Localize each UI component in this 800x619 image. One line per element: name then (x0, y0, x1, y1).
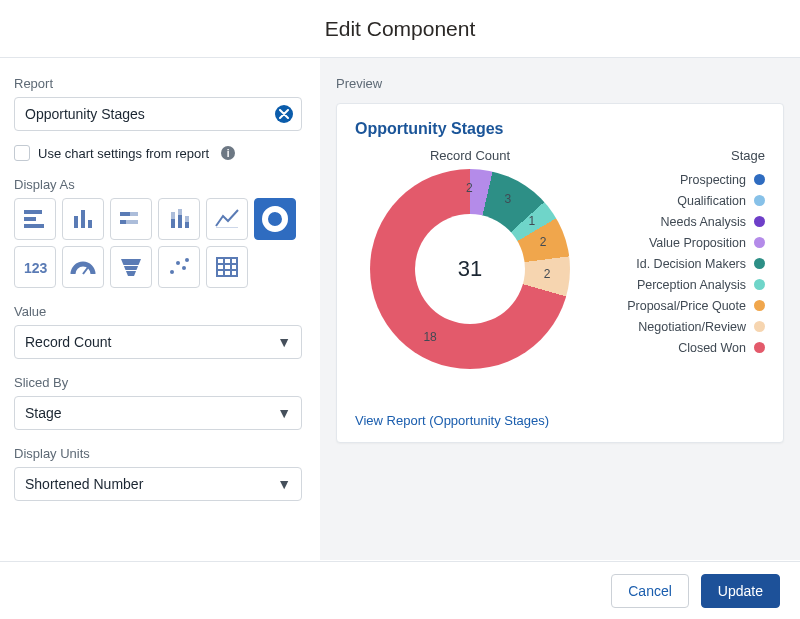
svg-rect-11 (171, 212, 175, 219)
legend-item: Value Proposition (595, 232, 765, 253)
legend-item: Id. Decision Makers (595, 253, 765, 274)
chart-type-table[interactable] (206, 246, 248, 288)
legend-title: Stage (595, 148, 765, 163)
use-chart-settings-row: Use chart settings from report (14, 145, 306, 161)
svg-rect-7 (130, 212, 138, 216)
legend-item-label: Needs Analysis (661, 215, 746, 229)
legend-swatch (754, 195, 765, 206)
view-report-link[interactable]: View Report (Opportunity Stages) (355, 413, 549, 428)
svg-rect-2 (24, 224, 44, 228)
svg-rect-1 (24, 217, 36, 221)
svg-rect-21 (121, 265, 141, 266)
modal-footer: Cancel Update (0, 561, 800, 619)
report-label: Report (14, 76, 306, 91)
update-button[interactable]: Update (701, 574, 780, 608)
chart-subtitle: Record Count (430, 148, 510, 163)
svg-rect-16 (216, 227, 238, 228)
legend-swatch (754, 174, 765, 185)
legend-item: Proposal/Price Quote (595, 295, 765, 316)
chart-area: Record Count 31 2312218 Stage Prospectin… (355, 148, 765, 398)
preview-heading: Preview (336, 76, 784, 91)
chart-type-gauge[interactable] (62, 246, 104, 288)
svg-point-24 (176, 261, 180, 265)
clear-report-icon[interactable] (275, 105, 293, 123)
chart-type-vbar[interactable] (62, 198, 104, 240)
slice-label: 2 (466, 181, 473, 195)
svg-rect-3 (74, 216, 78, 228)
chart-type-donut[interactable] (254, 198, 296, 240)
legend-item-label: Value Proposition (649, 236, 746, 250)
chevron-down-icon: ▼ (277, 405, 291, 421)
svg-point-26 (185, 258, 189, 262)
legend-item-label: Negotiation/Review (638, 320, 746, 334)
chart-legend: Stage ProspectingQualificationNeeds Anal… (595, 148, 765, 358)
chart-type-hbar-s[interactable] (110, 198, 152, 240)
legend-swatch (754, 258, 765, 269)
page-title: Edit Component (325, 17, 476, 41)
svg-rect-4 (81, 210, 85, 228)
preview-card-title: Opportunity Stages (355, 120, 765, 138)
slice-label: 1 (528, 214, 535, 228)
use-chart-settings-checkbox[interactable] (14, 145, 30, 161)
svg-rect-27 (217, 258, 237, 276)
report-value: Opportunity Stages (25, 106, 145, 122)
chart-type-metric[interactable]: 123 (14, 246, 56, 288)
legend-item-label: Perception Analysis (637, 278, 746, 292)
sliced-by-label: Sliced By (14, 375, 306, 390)
slice-label: 3 (505, 192, 512, 206)
slice-label: 2 (544, 267, 551, 281)
legend-swatch (754, 237, 765, 248)
legend-list: ProspectingQualificationNeeds AnalysisVa… (595, 169, 765, 358)
svg-rect-9 (126, 220, 138, 224)
legend-swatch (754, 321, 765, 332)
legend-item: Qualification (595, 190, 765, 211)
svg-text:123: 123 (24, 260, 48, 276)
chevron-down-icon: ▼ (277, 476, 291, 492)
svg-rect-14 (185, 222, 189, 228)
chart-type-line[interactable] (206, 198, 248, 240)
display-as-label: Display As (14, 177, 306, 192)
legend-item-label: Closed Won (678, 341, 746, 355)
value-select[interactable]: Record Count ▼ (14, 325, 302, 359)
modal-body: Report Opportunity Stages Use chart sett… (0, 58, 800, 560)
sliced-by-selected: Stage (25, 405, 62, 421)
preview-card: Opportunity Stages Record Count 31 23122… (336, 103, 784, 443)
svg-line-19 (83, 266, 89, 274)
chart-type-funnel[interactable] (110, 246, 152, 288)
donut-center-value: 31 (370, 169, 570, 369)
svg-rect-12 (178, 215, 182, 228)
svg-rect-22 (123, 270, 139, 271)
use-chart-settings-label: Use chart settings from report (38, 146, 209, 161)
svg-point-23 (170, 270, 174, 274)
slice-label: 2 (540, 235, 547, 249)
cancel-button[interactable]: Cancel (611, 574, 689, 608)
donut-wrap: Record Count 31 2312218 (355, 148, 585, 398)
legend-item: Perception Analysis (595, 274, 765, 295)
chart-type-grid: 123 (14, 198, 300, 288)
legend-item: Closed Won (595, 337, 765, 358)
svg-rect-6 (120, 212, 130, 216)
chart-type-scatter[interactable] (158, 246, 200, 288)
svg-marker-20 (121, 259, 141, 276)
modal-header: Edit Component (0, 0, 800, 58)
form-panel: Report Opportunity Stages Use chart sett… (0, 58, 320, 560)
donut-chart: 31 2312218 (370, 169, 570, 369)
sliced-by-select[interactable]: Stage ▼ (14, 396, 302, 430)
chart-type-hbar[interactable] (14, 198, 56, 240)
legend-item: Needs Analysis (595, 211, 765, 232)
svg-rect-15 (185, 216, 189, 222)
chart-type-vbar-s[interactable] (158, 198, 200, 240)
report-combobox[interactable]: Opportunity Stages (14, 97, 302, 131)
display-units-select[interactable]: Shortened Number ▼ (14, 467, 302, 501)
value-label: Value (14, 304, 306, 319)
value-selected: Record Count (25, 334, 111, 350)
legend-item: Prospecting (595, 169, 765, 190)
legend-item: Negotiation/Review (595, 316, 765, 337)
legend-swatch (754, 279, 765, 290)
legend-item-label: Prospecting (680, 173, 746, 187)
info-icon[interactable] (221, 146, 235, 160)
legend-item-label: Proposal/Price Quote (627, 299, 746, 313)
svg-rect-0 (24, 210, 42, 214)
legend-swatch (754, 342, 765, 353)
preview-panel: Preview Opportunity Stages Record Count … (320, 58, 800, 560)
